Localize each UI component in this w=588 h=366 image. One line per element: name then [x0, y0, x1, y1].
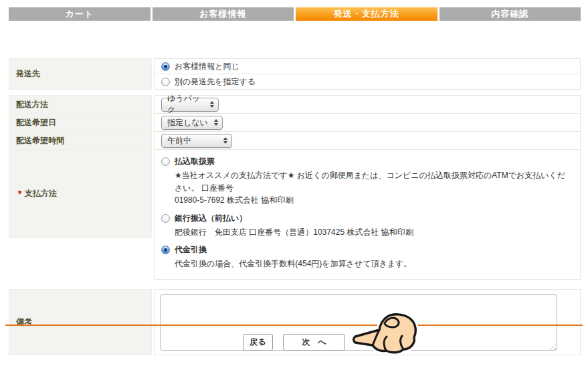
delivery-date-row: 指定しない: [154, 113, 581, 132]
select-arrows-icon: [223, 137, 227, 144]
form-row-shipping-destination: 発送先 お客様情報と同じ 別の発送先を指定する: [9, 58, 581, 90]
delivery-date-select[interactable]: 指定しない: [161, 116, 223, 130]
delivery-method-select[interactable]: ゆうパック: [161, 98, 219, 112]
payment-option-title: 代金引換: [175, 244, 207, 256]
payment-option-postal-slip: 払込取扱票 ★当社オススメの支払方法です★ お近くの郵便局または、コンビニの払込…: [161, 156, 573, 207]
delivery-time-select[interactable]: 午前中: [161, 134, 232, 148]
payment-option-title: 銀行振込（前払い）: [175, 213, 247, 224]
next-button[interactable]: 次 へ: [283, 334, 345, 351]
required-asterisk: ＊: [16, 188, 24, 199]
delivery-method-row: ゆうパック: [154, 95, 581, 114]
select-value: 指定しない: [167, 117, 208, 128]
checkout-form: 発送先 お客様情報と同じ 別の発送先を指定する 配送方法 配送希望日 配送希望時…: [9, 58, 581, 355]
payment-option-postal-slip-radio-row[interactable]: 払込取扱票: [161, 156, 573, 167]
payment-option-cash-on-delivery-radio-row[interactable]: 代金引換: [161, 244, 573, 256]
form-block-delivery-payment: 配送方法 配送希望日 配送希望時間 ＊ 支払方法 ゆうパック: [9, 95, 581, 280]
radio-button-icon[interactable]: [161, 78, 170, 86]
checkout-progress-bar: カート お客様情報 発送・支払方法 内容確認: [9, 7, 581, 21]
radio-button-icon[interactable]: [161, 157, 170, 166]
select-value: ゆうパック: [167, 93, 206, 116]
payment-options-cell: 払込取扱票 ★当社オススメの支払方法です★ お近くの郵便局または、コンビニの払込…: [154, 149, 581, 280]
select-arrows-icon: [214, 119, 218, 126]
step-cart: カート: [9, 7, 151, 21]
payment-option-bank-transfer: 銀行振込（前払い） 肥後銀行 免田支店 口座番号（普通）1037425 株式会社…: [161, 213, 573, 239]
payment-method-label: ＊ 支払方法: [9, 149, 152, 238]
option-label: お客様情報と同じ: [175, 61, 239, 72]
payment-option-cash-on-delivery: 代金引換 代金引換の場合、代金引換手数料(454円)を加算させて頂きます。: [161, 244, 573, 270]
select-value: 午前中: [167, 135, 191, 147]
step-confirmation: 内容確認: [439, 7, 581, 21]
payment-option-description: 代金引換の場合、代金引換手数料(454円)を加算させて頂きます。: [175, 258, 573, 270]
delivery-time-label: 配送希望時間: [9, 131, 152, 150]
step-shipping-payment: 発送・支払方法: [296, 7, 437, 21]
delivery-method-label: 配送方法: [9, 95, 152, 114]
option-label: 別の発送先を指定する: [175, 76, 256, 88]
payment-option-description: ★当社オススメの支払方法です★ お近くの郵便局または、コンビニの払込取扱票対応の…: [175, 169, 573, 207]
delivery-time-row: 午前中: [154, 131, 581, 150]
shipping-other-address-option[interactable]: 別の発送先を指定する: [154, 74, 581, 90]
radio-button-icon[interactable]: [161, 214, 170, 223]
payment-option-title: 払込取扱票: [175, 156, 215, 167]
shipping-destination-label: 発送先: [9, 58, 152, 90]
select-arrows-icon: [210, 101, 214, 108]
radio-button-icon[interactable]: [161, 62, 170, 71]
payment-option-description: 肥後銀行 免田支店 口座番号（普通）1037425 株式会社 協和印刷: [175, 226, 573, 239]
shipping-same-as-customer-option[interactable]: お客様情報と同じ: [154, 58, 581, 74]
delivery-date-label: 配送希望日: [9, 113, 152, 132]
footer-buttons: 戻る 次 へ: [0, 334, 588, 351]
back-button[interactable]: 戻る: [243, 334, 273, 351]
payment-option-bank-transfer-radio-row[interactable]: 銀行振込（前払い）: [161, 213, 573, 224]
footer-divider: [5, 325, 583, 326]
radio-button-icon[interactable]: [161, 246, 170, 254]
step-customer-info: お客様情報: [153, 7, 294, 21]
